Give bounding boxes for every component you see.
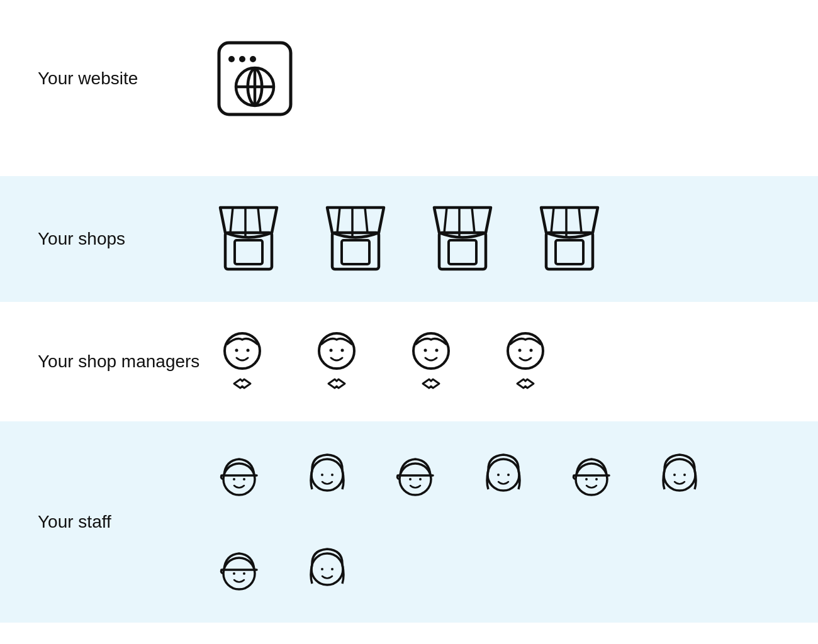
- svg-point-28: [235, 349, 238, 352]
- svg-line-12: [337, 208, 340, 233]
- svg-point-45: [400, 464, 431, 495]
- shop-icon-3: [428, 201, 497, 277]
- staff-female-icon-4: [302, 541, 352, 597]
- svg-line-19: [472, 208, 474, 233]
- manager-icon-2: [308, 327, 365, 396]
- svg-line-9: [258, 208, 261, 233]
- svg-point-2: [239, 56, 245, 62]
- svg-rect-11: [235, 240, 262, 264]
- svg-line-7: [230, 208, 233, 233]
- website-label: Your website: [38, 69, 214, 89]
- svg-point-44: [331, 474, 333, 476]
- svg-line-14: [365, 208, 367, 233]
- svg-line-22: [551, 208, 554, 233]
- svg-point-60: [311, 553, 343, 585]
- manager-icon-4: [497, 327, 554, 396]
- staff-male-icon-1: [214, 447, 264, 503]
- staff-section: Your staff: [0, 421, 818, 623]
- shop-icon-1: [214, 201, 283, 277]
- svg-point-59: [243, 572, 245, 575]
- shop-icon-4: [535, 201, 604, 277]
- staff-female-icon-1: [302, 447, 352, 503]
- svg-point-52: [585, 478, 588, 480]
- svg-point-50: [507, 474, 510, 476]
- svg-point-40: [233, 478, 235, 480]
- manager-icon-3: [403, 327, 459, 396]
- svg-point-39: [223, 464, 255, 495]
- svg-point-55: [673, 474, 676, 476]
- shop-managers-label: Your shop managers: [38, 352, 214, 372]
- svg-point-37: [518, 349, 522, 352]
- svg-point-42: [311, 459, 343, 491]
- managers-icons: [214, 327, 554, 396]
- svg-point-38: [530, 349, 533, 352]
- svg-point-35: [435, 349, 439, 352]
- svg-point-53: [595, 478, 598, 480]
- staff-female-icon-2: [478, 447, 529, 503]
- svg-point-1: [228, 56, 235, 62]
- svg-line-24: [579, 208, 581, 233]
- svg-point-32: [341, 349, 344, 352]
- svg-point-56: [683, 474, 686, 476]
- manager-icon-1: [214, 327, 271, 396]
- svg-rect-26: [556, 240, 583, 264]
- shops-section: Your shops: [0, 176, 818, 302]
- staff-female-icon-3: [654, 447, 705, 503]
- staff-male-icon-4: [214, 541, 264, 597]
- svg-point-62: [331, 568, 333, 570]
- shops-icons: [214, 201, 604, 277]
- shops-label: Your shops: [38, 229, 214, 249]
- staff-male-icon-2: [390, 447, 440, 503]
- svg-point-57: [223, 558, 255, 589]
- svg-point-41: [243, 478, 245, 480]
- svg-point-61: [321, 568, 323, 570]
- svg-point-34: [424, 349, 427, 352]
- shop-icon-2: [321, 201, 390, 277]
- svg-point-58: [233, 572, 235, 575]
- staff-icons: [214, 447, 780, 597]
- staff-label: Your staff: [38, 512, 214, 532]
- svg-point-46: [409, 478, 412, 480]
- svg-point-51: [576, 464, 607, 495]
- svg-point-48: [488, 459, 519, 491]
- svg-rect-21: [449, 240, 476, 264]
- website-section: Your website: [0, 0, 818, 157]
- svg-point-31: [330, 349, 333, 352]
- svg-point-47: [419, 478, 422, 480]
- website-icon: [214, 38, 296, 119]
- svg-point-29: [247, 349, 250, 352]
- svg-point-43: [321, 474, 323, 476]
- shop-managers-section: Your shop managers: [0, 302, 818, 421]
- svg-point-3: [250, 56, 256, 62]
- staff-male-icon-3: [566, 447, 617, 503]
- svg-point-49: [497, 474, 500, 476]
- svg-line-17: [444, 208, 447, 233]
- svg-point-54: [664, 459, 695, 491]
- svg-rect-16: [342, 240, 369, 264]
- website-icons: [214, 38, 296, 119]
